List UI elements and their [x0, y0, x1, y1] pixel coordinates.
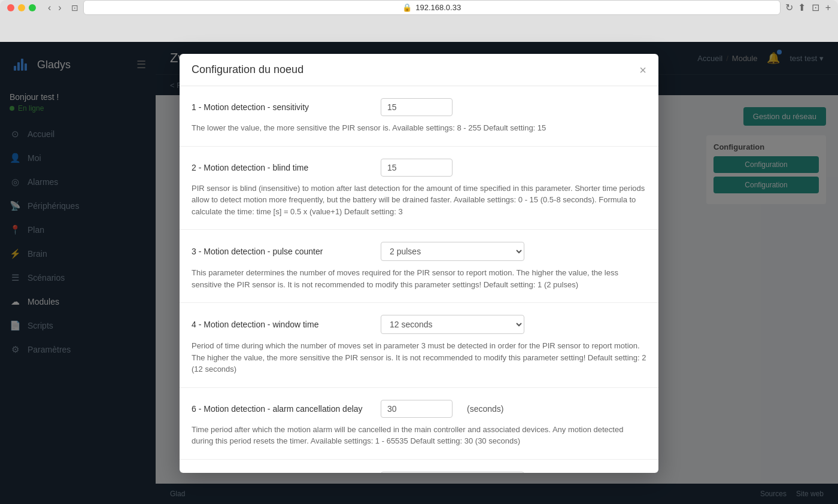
param-6-unit: (seconds): [467, 404, 503, 414]
add-button[interactable]: +: [825, 2, 831, 13]
param-3-desc: This parameter determines the number of …: [192, 267, 646, 290]
reload-button[interactable]: ↻: [785, 2, 793, 13]
param-8-header: 8 - Motion detection - operating mode: [192, 472, 646, 473]
modal-body: 1 - Motion detection - sensitivity The l…: [180, 86, 658, 473]
param-2-desc: PIR sensor is blind (insensitive) to mot…: [192, 183, 646, 218]
share-button[interactable]: ⬆: [798, 2, 806, 13]
param-1-label: 1 - Motion detection - sensitivity: [192, 102, 371, 112]
param-row-8: 8 - Motion detection - operating mode: [180, 460, 658, 473]
address-bar[interactable]: 🔒 192.168.0.33: [83, 0, 781, 15]
param-1-input[interactable]: [381, 98, 453, 116]
modal-close-button[interactable]: ×: [639, 64, 646, 76]
forward-button[interactable]: ›: [56, 1, 63, 14]
param-row-1: 1 - Motion detection - sensitivity The l…: [180, 86, 658, 147]
param-1-desc: The lower the value, the more sensitive …: [192, 122, 646, 134]
sidebar-toggle-button[interactable]: ⊡: [71, 3, 78, 13]
traffic-lights: [7, 4, 36, 11]
param-6-input[interactable]: [381, 400, 453, 418]
browser-actions: ⬆ ⊡ +: [798, 2, 831, 13]
param-row-6: 6 - Motion detection - alarm cancellatio…: [180, 388, 658, 460]
param-3-header: 3 - Motion detection - pulse counter 1 p…: [192, 242, 646, 261]
param-3-label: 3 - Motion detection - pulse counter: [192, 247, 371, 256]
param-2-header: 2 - Motion detection - blind time: [192, 159, 646, 177]
param-2-input[interactable]: [381, 159, 453, 177]
url-text: 192.168.0.33: [415, 3, 461, 12]
param-1-header: 1 - Motion detection - sensitivity: [192, 98, 646, 116]
maximize-traffic-light[interactable]: [29, 4, 36, 11]
modal-overlay[interactable]: Configuration du noeud × 1 - Motion dete…: [0, 42, 838, 504]
browser-chrome: ‹ › ⊡ 🔒 192.168.0.33 ↻ ⬆ ⊡ +: [0, 0, 838, 42]
param-4-select[interactable]: 4 seconds 8 seconds 12 seconds 16 second…: [381, 315, 524, 334]
param-4-label: 4 - Motion detection - window time: [192, 320, 371, 329]
modal-title: Configuration du noeud: [192, 63, 303, 76]
param-3-select[interactable]: 1 pulse 2 pulses 3 pulses 4 pulses: [381, 242, 524, 261]
back-button[interactable]: ‹: [45, 1, 53, 14]
param-2-label: 2 - Motion detection - blind time: [192, 163, 371, 172]
param-8-select[interactable]: [381, 472, 524, 473]
param-row-4: 4 - Motion detection - window time 4 sec…: [180, 303, 658, 388]
close-traffic-light[interactable]: [7, 4, 14, 11]
param-6-header: 6 - Motion detection - alarm cancellatio…: [192, 400, 646, 418]
browser-toolbar: ‹ › ⊡ 🔒 192.168.0.33 ↻ ⬆ ⊡ +: [0, 0, 838, 20]
param-row-2: 2 - Motion detection - blind time PIR se…: [180, 147, 658, 230]
param-6-label: 6 - Motion detection - alarm cancellatio…: [192, 404, 371, 414]
param-row-3: 3 - Motion detection - pulse counter 1 p…: [180, 230, 658, 303]
new-tab-button[interactable]: ⊡: [812, 2, 819, 13]
param-4-header: 4 - Motion detection - window time 4 sec…: [192, 315, 646, 334]
minimize-traffic-light[interactable]: [18, 4, 25, 11]
param-6-desc: Time period after which the motion alarm…: [192, 424, 646, 447]
param-4-desc: Period of time during which the number o…: [192, 340, 646, 375]
modal-dialog: Configuration du noeud × 1 - Motion dete…: [180, 54, 658, 473]
modal-header: Configuration du noeud ×: [180, 54, 658, 86]
lock-icon: 🔒: [402, 3, 412, 12]
nav-arrows: ‹ ›: [45, 1, 64, 14]
